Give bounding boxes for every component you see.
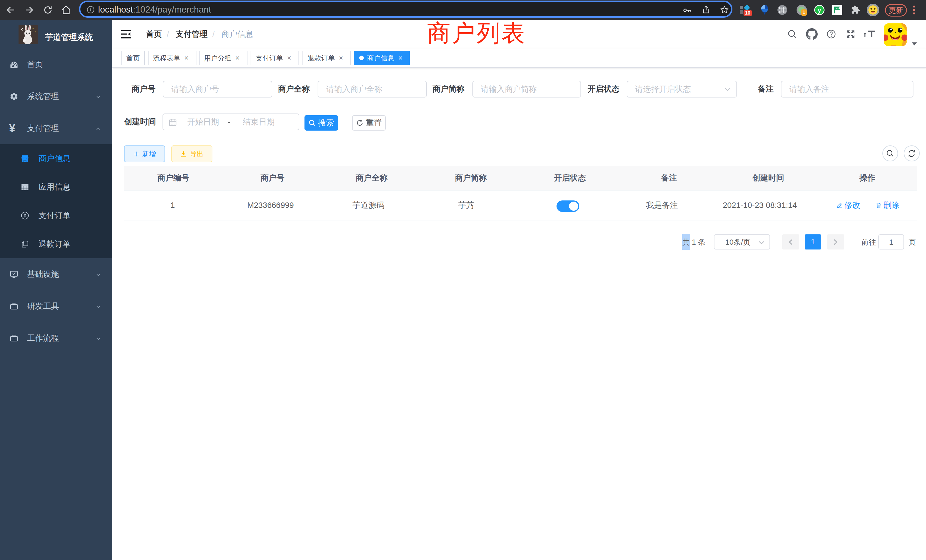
svg-text:y: y	[818, 6, 822, 14]
